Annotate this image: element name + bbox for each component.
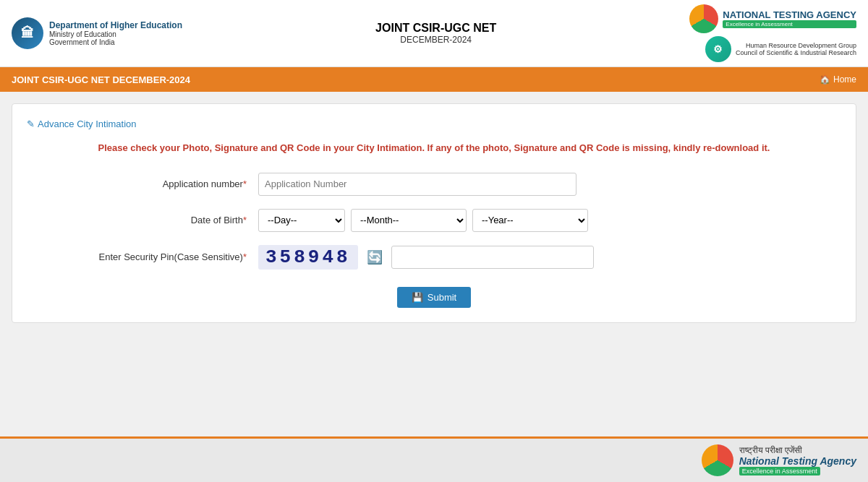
org-info: Department of Higher Education Ministry … xyxy=(49,20,182,46)
advance-city-link[interactable]: Advance City Intimation xyxy=(27,119,841,129)
nta-top-row: NATIONAL TESTING AGENCY Excellence in As… xyxy=(689,4,856,33)
form-card: Advance City Intimation Please check you… xyxy=(12,103,856,323)
submit-icon: 💾 xyxy=(412,292,423,303)
dob-month-select[interactable]: --Month-- xyxy=(351,209,467,232)
security-label: Enter Security Pin(Case Sensitive)* xyxy=(27,251,258,262)
org-name: Department of Higher Education xyxy=(49,20,182,30)
hrd-logo: ⚙ xyxy=(705,36,731,62)
hrd-text: Human Resource Development Group Council… xyxy=(736,42,856,56)
home-link[interactable]: 🏠 Home xyxy=(820,74,856,85)
footer-english-text: National Testing Agency xyxy=(739,455,856,467)
nta-text-block: NATIONAL TESTING AGENCY Excellence in As… xyxy=(723,9,856,28)
required-marker: * xyxy=(243,178,247,189)
dob-label: Date of Birth* xyxy=(27,215,258,225)
nta-logo-block: NATIONAL TESTING AGENCY Excellence in As… xyxy=(689,4,856,62)
app-number-label: Application number* xyxy=(27,178,258,189)
footer-text: राष्ट्रीय परीक्षा एजेंसी National Testin… xyxy=(739,445,856,475)
alert-message: Please check your Photo, Signature and Q… xyxy=(27,141,841,155)
nta-excellence: Excellence in Assessment xyxy=(723,20,856,28)
hrd-line2: Council of Scientific & Industrial Resea… xyxy=(736,49,856,56)
page-header: 🏛 Department of Higher Education Ministr… xyxy=(0,0,868,67)
footer-hindi-text: राष्ट्रीय परीक्षा एजेंसी xyxy=(739,445,856,455)
application-number-input[interactable] xyxy=(258,173,576,196)
required-marker-sec: * xyxy=(243,251,247,262)
nta-title: NATIONAL TESTING AGENCY xyxy=(723,9,856,20)
dob-day-select[interactable]: --Day-- xyxy=(258,209,345,232)
required-marker-dob: * xyxy=(243,215,247,225)
exam-title: JOINT CSIR-UGC NET xyxy=(375,22,496,35)
footer-excellence: Excellence in Assessment xyxy=(739,467,820,475)
security-input-group: 358948 🔄 xyxy=(258,245,594,270)
submit-label: Submit xyxy=(427,292,456,303)
main-content: Advance City Intimation Please check you… xyxy=(0,92,868,346)
exam-date: DECEMBER-2024 xyxy=(375,35,496,45)
org-sub2: Government of India xyxy=(49,38,182,46)
security-pin-input[interactable] xyxy=(391,246,594,269)
home-label: Home xyxy=(833,74,856,85)
advance-city-label: Advance City Intimation xyxy=(38,119,137,129)
page-footer: राष्ट्रीय परीक्षा एजेंसी National Testin… xyxy=(0,436,868,482)
submit-row: 💾 Submit xyxy=(27,287,841,308)
dob-year-select[interactable]: --Year-- xyxy=(472,209,588,232)
dob-row: Date of Birth* --Day-- --Month-- --Year-… xyxy=(27,209,841,232)
refresh-captcha-icon[interactable]: 🔄 xyxy=(367,249,383,265)
header-left: 🏛 Department of Higher Education Ministr… xyxy=(12,17,182,49)
navbar: JOINT CSIR-UGC NET DECEMBER-2024 🏠 Home xyxy=(0,67,868,92)
org-sub1: Ministry of Education xyxy=(49,30,182,38)
navbar-title: JOINT CSIR-UGC NET DECEMBER-2024 xyxy=(12,74,190,85)
submit-button[interactable]: 💾 Submit xyxy=(397,287,471,308)
footer-nta-circle xyxy=(702,444,733,476)
gov-logo: 🏛 xyxy=(12,17,43,49)
header-right: NATIONAL TESTING AGENCY Excellence in As… xyxy=(689,4,856,62)
captcha-image: 358948 xyxy=(258,245,358,270)
home-icon: 🏠 xyxy=(820,74,830,85)
security-row: Enter Security Pin(Case Sensitive)* 3589… xyxy=(27,245,841,270)
nta-circle-logo xyxy=(689,4,718,33)
dob-selects: --Day-- --Month-- --Year-- xyxy=(258,209,588,232)
hrd-line1: Human Resource Development Group xyxy=(736,42,856,49)
footer-logo: राष्ट्रीय परीक्षा एजेंसी National Testin… xyxy=(702,444,856,476)
app-number-row: Application number* xyxy=(27,173,841,196)
header-center: JOINT CSIR-UGC NET DECEMBER-2024 xyxy=(375,22,496,45)
hrd-row: ⚙ Human Resource Development Group Counc… xyxy=(705,36,856,62)
